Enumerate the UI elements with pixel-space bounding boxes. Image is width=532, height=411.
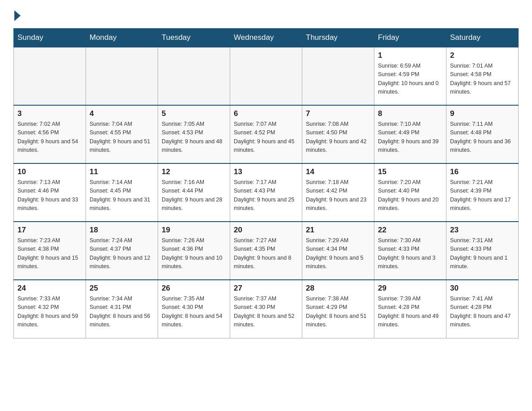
day-sun-info: Sunrise: 7:10 AMSunset: 4:49 PMDaylight:…: [378, 120, 442, 155]
calendar-day-cell: 5Sunrise: 7:05 AMSunset: 4:53 PMDaylight…: [158, 105, 230, 163]
day-sun-info: Sunrise: 7:16 AMSunset: 4:44 PMDaylight:…: [162, 178, 226, 213]
day-number: 16: [450, 167, 515, 176]
day-sun-info: Sunrise: 7:23 AMSunset: 4:38 PMDaylight:…: [17, 236, 82, 271]
day-number: 6: [234, 109, 298, 118]
day-number: 4: [90, 109, 154, 118]
calendar-day-cell: 6Sunrise: 7:07 AMSunset: 4:52 PMDaylight…: [230, 105, 302, 163]
day-number: 23: [450, 226, 515, 235]
day-sun-info: Sunrise: 7:33 AMSunset: 4:32 PMDaylight:…: [17, 295, 82, 330]
calendar-day-cell: [86, 47, 158, 105]
day-number: 25: [90, 284, 154, 293]
calendar-day-cell: 9Sunrise: 7:11 AMSunset: 4:48 PMDaylight…: [446, 105, 519, 163]
calendar-day-header: Friday: [374, 29, 446, 47]
calendar-day-header: Monday: [86, 29, 158, 47]
day-number: 10: [17, 167, 82, 176]
calendar-week-row: 1Sunrise: 6:59 AMSunset: 4:59 PMDaylight…: [14, 47, 519, 105]
day-sun-info: Sunrise: 7:07 AMSunset: 4:52 PMDaylight:…: [234, 120, 298, 155]
calendar-day-cell: 1Sunrise: 6:59 AMSunset: 4:59 PMDaylight…: [374, 47, 446, 105]
day-number: 28: [306, 284, 370, 293]
day-sun-info: Sunrise: 7:24 AMSunset: 4:37 PMDaylight:…: [90, 236, 154, 271]
calendar-day-cell: 2Sunrise: 7:01 AMSunset: 4:58 PMDaylight…: [446, 47, 519, 105]
calendar-day-cell: 22Sunrise: 7:30 AMSunset: 4:33 PMDayligh…: [374, 222, 446, 280]
day-number: 26: [162, 284, 226, 293]
page-header: [13, 9, 519, 19]
calendar-day-cell: 24Sunrise: 7:33 AMSunset: 4:32 PMDayligh…: [14, 280, 86, 338]
calendar-week-row: 24Sunrise: 7:33 AMSunset: 4:32 PMDayligh…: [14, 280, 519, 338]
calendar-day-cell: 30Sunrise: 7:41 AMSunset: 4:28 PMDayligh…: [446, 280, 519, 338]
calendar-week-row: 17Sunrise: 7:23 AMSunset: 4:38 PMDayligh…: [14, 222, 519, 280]
calendar-day-header: Thursday: [302, 29, 374, 47]
day-number: 30: [450, 284, 515, 293]
day-sun-info: Sunrise: 7:26 AMSunset: 4:36 PMDaylight:…: [162, 236, 226, 271]
day-number: 9: [450, 109, 515, 118]
day-sun-info: Sunrise: 7:20 AMSunset: 4:40 PMDaylight:…: [378, 178, 442, 213]
day-sun-info: Sunrise: 7:27 AMSunset: 4:35 PMDaylight:…: [234, 236, 298, 271]
day-number: 27: [234, 284, 298, 293]
calendar-week-row: 10Sunrise: 7:13 AMSunset: 4:46 PMDayligh…: [14, 163, 519, 222]
day-number: 5: [162, 109, 226, 118]
day-sun-info: Sunrise: 7:41 AMSunset: 4:28 PMDaylight:…: [450, 295, 515, 330]
calendar-day-cell: 28Sunrise: 7:38 AMSunset: 4:29 PMDayligh…: [302, 280, 374, 338]
day-sun-info: Sunrise: 7:11 AMSunset: 4:48 PMDaylight:…: [450, 120, 515, 155]
calendar-day-cell: 17Sunrise: 7:23 AMSunset: 4:38 PMDayligh…: [14, 222, 86, 280]
calendar-day-cell: 26Sunrise: 7:35 AMSunset: 4:30 PMDayligh…: [158, 280, 230, 338]
day-number: 2: [450, 51, 515, 60]
day-number: 14: [306, 167, 370, 176]
calendar-day-header: Tuesday: [158, 29, 230, 47]
day-number: 21: [306, 226, 370, 235]
calendar-day-header: Saturday: [446, 29, 519, 47]
day-sun-info: Sunrise: 7:35 AMSunset: 4:30 PMDaylight:…: [162, 295, 226, 330]
day-sun-info: Sunrise: 6:59 AMSunset: 4:59 PMDaylight:…: [378, 62, 442, 97]
day-sun-info: Sunrise: 7:05 AMSunset: 4:53 PMDaylight:…: [162, 120, 226, 155]
day-number: 1: [378, 51, 442, 60]
day-sun-info: Sunrise: 7:39 AMSunset: 4:28 PMDaylight:…: [378, 295, 442, 330]
calendar-day-cell: 25Sunrise: 7:34 AMSunset: 4:31 PMDayligh…: [86, 280, 158, 338]
day-number: 7: [306, 109, 370, 118]
calendar-day-cell: 18Sunrise: 7:24 AMSunset: 4:37 PMDayligh…: [86, 222, 158, 280]
calendar-day-cell: [158, 47, 230, 105]
day-sun-info: Sunrise: 7:17 AMSunset: 4:43 PMDaylight:…: [234, 178, 298, 213]
calendar-header-row: SundayMondayTuesdayWednesdayThursdayFrid…: [14, 29, 519, 47]
calendar-day-cell: 8Sunrise: 7:10 AMSunset: 4:49 PMDaylight…: [374, 105, 446, 163]
day-sun-info: Sunrise: 7:38 AMSunset: 4:29 PMDaylight:…: [306, 295, 370, 330]
day-number: 13: [234, 167, 298, 176]
calendar-day-cell: 15Sunrise: 7:20 AMSunset: 4:40 PMDayligh…: [374, 163, 446, 222]
day-number: 22: [378, 226, 442, 235]
calendar-day-cell: [302, 47, 374, 105]
calendar-day-cell: 3Sunrise: 7:02 AMSunset: 4:56 PMDaylight…: [14, 105, 86, 163]
calendar-day-cell: 23Sunrise: 7:31 AMSunset: 4:33 PMDayligh…: [446, 222, 519, 280]
calendar-day-cell: 16Sunrise: 7:21 AMSunset: 4:39 PMDayligh…: [446, 163, 519, 222]
logo-arrow-icon: [14, 10, 21, 21]
day-sun-info: Sunrise: 7:04 AMSunset: 4:55 PMDaylight:…: [90, 120, 154, 155]
day-sun-info: Sunrise: 7:34 AMSunset: 4:31 PMDaylight:…: [90, 295, 154, 330]
day-sun-info: Sunrise: 7:13 AMSunset: 4:46 PMDaylight:…: [17, 178, 82, 213]
day-sun-info: Sunrise: 7:01 AMSunset: 4:58 PMDaylight:…: [450, 62, 515, 97]
day-number: 12: [162, 167, 226, 176]
calendar-day-header: Sunday: [14, 29, 86, 47]
day-sun-info: Sunrise: 7:37 AMSunset: 4:30 PMDaylight:…: [234, 295, 298, 330]
day-number: 11: [90, 167, 154, 176]
day-sun-info: Sunrise: 7:02 AMSunset: 4:56 PMDaylight:…: [17, 120, 82, 155]
calendar-day-cell: 4Sunrise: 7:04 AMSunset: 4:55 PMDaylight…: [86, 105, 158, 163]
day-number: 20: [234, 226, 298, 235]
calendar-table: SundayMondayTuesdayWednesdayThursdayFrid…: [13, 28, 519, 338]
day-sun-info: Sunrise: 7:18 AMSunset: 4:42 PMDaylight:…: [306, 178, 370, 213]
day-number: 17: [17, 226, 82, 235]
calendar-day-cell: 19Sunrise: 7:26 AMSunset: 4:36 PMDayligh…: [158, 222, 230, 280]
day-number: 3: [17, 109, 82, 118]
calendar-day-cell: 21Sunrise: 7:29 AMSunset: 4:34 PMDayligh…: [302, 222, 374, 280]
calendar-day-cell: 11Sunrise: 7:14 AMSunset: 4:45 PMDayligh…: [86, 163, 158, 222]
calendar-day-cell: 29Sunrise: 7:39 AMSunset: 4:28 PMDayligh…: [374, 280, 446, 338]
day-sun-info: Sunrise: 7:31 AMSunset: 4:33 PMDaylight:…: [450, 236, 515, 271]
calendar-day-cell: 13Sunrise: 7:17 AMSunset: 4:43 PMDayligh…: [230, 163, 302, 222]
day-number: 24: [17, 284, 82, 293]
calendar-day-cell: 27Sunrise: 7:37 AMSunset: 4:30 PMDayligh…: [230, 280, 302, 338]
day-number: 15: [378, 167, 442, 176]
calendar-day-cell: [14, 47, 86, 105]
day-sun-info: Sunrise: 7:14 AMSunset: 4:45 PMDaylight:…: [90, 178, 154, 213]
day-number: 19: [162, 226, 226, 235]
calendar-day-cell: 10Sunrise: 7:13 AMSunset: 4:46 PMDayligh…: [14, 163, 86, 222]
calendar-day-cell: 12Sunrise: 7:16 AMSunset: 4:44 PMDayligh…: [158, 163, 230, 222]
calendar-day-cell: 14Sunrise: 7:18 AMSunset: 4:42 PMDayligh…: [302, 163, 374, 222]
day-number: 8: [378, 109, 442, 118]
